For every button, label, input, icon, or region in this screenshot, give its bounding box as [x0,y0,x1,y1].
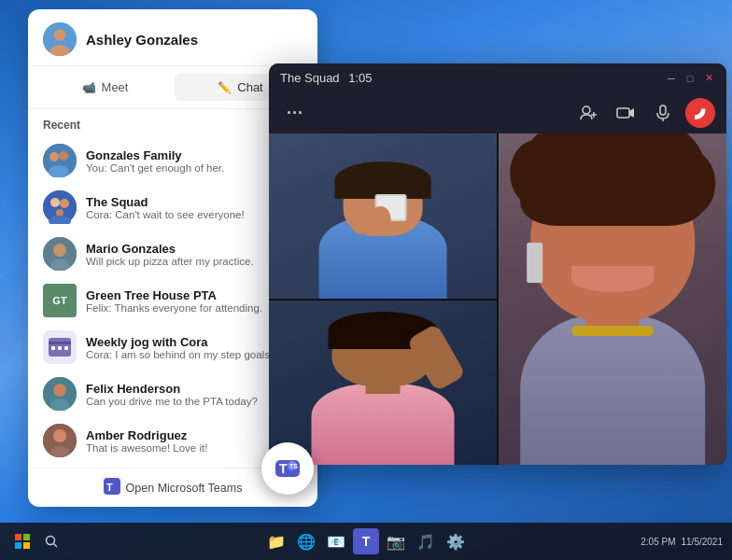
svg-rect-41 [23,534,30,540]
video-call-window: The Squad 1:05 ─ □ ✕ ··· [269,63,726,465]
avatar [43,144,77,177]
taskbar-time: 2:05 PM [640,537,675,547]
end-call-button[interactable] [685,98,715,128]
svg-point-4 [49,152,59,161]
svg-text:TS: TS [289,463,298,469]
taskbar-app-3[interactable]: 📧 [323,528,349,554]
taskbar-app-6[interactable]: 🎵 [413,528,439,554]
svg-text:T: T [106,482,113,493]
svg-point-1 [54,29,66,41]
taskbar-app-1[interactable]: 📁 [263,528,289,554]
chat-header: Ashley Gonzales [28,9,317,66]
user-name: Ashley Gonzales [86,32,198,48]
avatar [43,377,77,411]
svg-rect-19 [58,346,62,350]
meet-icon: 📹 [82,81,96,94]
search-icon[interactable] [38,528,64,554]
avatar [43,190,77,224]
svg-rect-40 [15,534,21,540]
svg-rect-32 [617,108,629,118]
svg-point-13 [53,244,66,257]
teams-floating-icon[interactable]: T TS [261,442,314,495]
svg-rect-18 [51,346,55,350]
taskbar-app-4[interactable]: T [353,528,379,554]
video-participant-main [499,133,726,465]
svg-text:T: T [279,461,288,476]
svg-point-44 [47,537,55,545]
svg-point-29 [583,106,590,114]
open-teams-label: Open Microsoft Teams [126,482,243,495]
avatar [43,237,77,271]
video-toolbar: ··· [269,92,726,133]
teams-logo-icon: T [104,478,120,497]
camera-button[interactable] [611,98,640,128]
avatar-gt: GT [43,284,77,317]
video-call-title: The Squad 1:05 [280,71,373,85]
taskbar-right: 2:05 PM 11/5/2021 [640,537,723,547]
minimize-button[interactable]: ─ [665,72,678,85]
svg-point-8 [50,198,60,207]
chat-icon: ✏️ [218,81,232,94]
taskbar-center-icons: 📁 🌐 📧 T 📷 🎵 ⚙️ [263,528,469,554]
video-grid [269,133,726,465]
taskbar-start [9,528,64,554]
video-participant-2 [269,301,497,466]
avatar [43,424,77,457]
taskbar-app-7[interactable]: ⚙️ [443,528,469,554]
taskbar-app-2[interactable]: 🌐 [293,528,319,554]
avatar-calendar [43,330,77,364]
svg-line-45 [54,544,58,548]
close-button[interactable]: ✕ [702,72,715,85]
more-options-button[interactable]: ··· [280,98,310,128]
svg-rect-33 [660,105,666,115]
svg-rect-43 [23,542,30,549]
user-avatar [43,22,77,56]
taskbar: 📁 🌐 📧 T 📷 🎵 ⚙️ 2:05 PM 11/5/2021 [0,523,732,560]
start-button[interactable] [9,528,35,554]
svg-rect-42 [15,542,21,549]
video-participant-1 [269,133,497,299]
svg-point-10 [56,209,63,217]
microphone-button[interactable] [648,98,678,128]
svg-point-22 [53,384,66,397]
titlebar-controls: ─ □ ✕ [665,72,715,85]
add-people-button[interactable] [573,98,603,128]
svg-point-9 [60,199,69,208]
maximize-button[interactable]: □ [683,72,697,85]
svg-point-25 [53,429,66,442]
svg-point-5 [59,151,68,161]
taskbar-date: 11/5/2021 [682,537,724,547]
tab-meet[interactable]: 📹 Meet [39,74,171,101]
taskbar-app-5[interactable]: 📷 [383,528,409,554]
video-titlebar: The Squad 1:05 ─ □ ✕ [269,63,726,92]
svg-point-26 [50,446,69,457]
svg-rect-17 [49,342,71,344]
svg-rect-20 [64,346,68,350]
